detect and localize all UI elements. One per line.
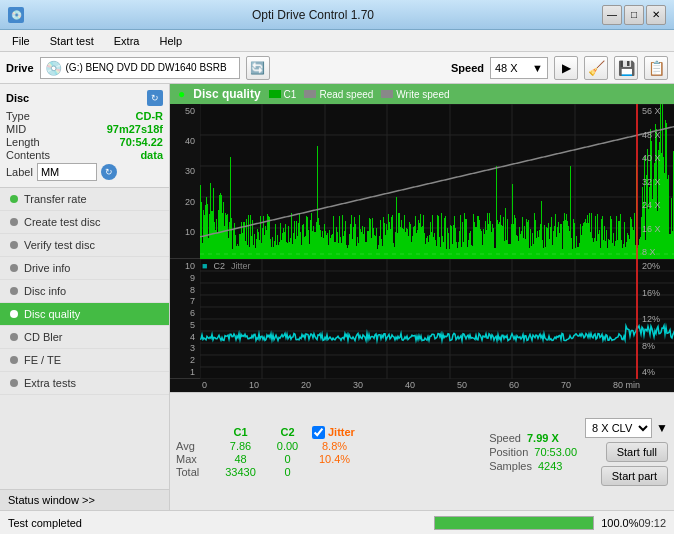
y-low-1: 1 <box>170 367 198 377</box>
sidebar-item-verify-test-disc[interactable]: Verify test disc <box>0 234 169 257</box>
disc-title: Disc <box>6 92 29 104</box>
x-0: 0 <box>202 380 207 390</box>
avg-c1: 7.86 <box>218 440 263 452</box>
speed-arrow-button[interactable]: ▶ <box>554 56 578 80</box>
sidebar-nav: Transfer rate Create test disc Verify te… <box>0 188 169 489</box>
x-10: 10 <box>249 380 259 390</box>
drivebar: Drive 💿 (G:) BENQ DVD DD DW1640 BSRB 🔄 S… <box>0 52 674 84</box>
nav-dot-verify <box>10 241 18 249</box>
sidebar-item-extra-tests[interactable]: Extra tests <box>0 372 169 395</box>
clv-selector[interactable]: 8 X CLV <box>585 418 652 438</box>
max-label: Max <box>176 453 216 465</box>
nav-label-verify: Verify test disc <box>24 239 95 251</box>
y-low-3: 3 <box>170 343 198 353</box>
y-axis-right-upper: 56 X 48 X 40 X 32 X 24 X 16 X 8 X <box>640 104 674 259</box>
nav-dot-drive <box>10 264 18 272</box>
disc-label-refresh[interactable]: ↻ <box>101 164 117 180</box>
footer-time: 09:12 <box>638 517 674 529</box>
y-label-20: 20 <box>170 197 198 207</box>
drive-refresh-button[interactable]: 🔄 <box>246 56 270 80</box>
start-part-button[interactable]: Start part <box>601 466 668 486</box>
drive-selector[interactable]: 💿 (G:) BENQ DVD DD DW1640 BSRB <box>40 57 240 79</box>
disc-mid-label: MID <box>6 123 26 135</box>
erase-button[interactable]: 🧹 <box>584 56 608 80</box>
sidebar: Disc ↻ Type CD-R MID 97m27s18f Length 70… <box>0 84 170 510</box>
y-right-24: 24 X <box>640 200 674 210</box>
lower-chart-legend: ■ C2 Jitter <box>202 261 250 271</box>
x-30: 30 <box>353 380 363 390</box>
legend-c1: C1 <box>269 89 297 100</box>
sidebar-item-fe-te[interactable]: FE / TE <box>0 349 169 372</box>
sidebar-item-cd-bler[interactable]: CD Bler <box>0 326 169 349</box>
sidebar-item-disc-info[interactable]: Disc info <box>0 280 169 303</box>
nav-label-extra: Extra tests <box>24 377 76 389</box>
sidebar-item-transfer-rate[interactable]: Transfer rate <box>0 188 169 211</box>
y-low-7: 7 <box>170 296 198 306</box>
y-label-50: 50 <box>170 106 198 116</box>
position-val: 70:53.00 <box>534 446 577 458</box>
stats-max-row: Max 48 0 10.4% <box>176 453 357 465</box>
sidebar-item-drive-info[interactable]: Drive info <box>0 257 169 280</box>
avg-jitter: 8.8% <box>312 440 357 452</box>
menu-start-test[interactable]: Start test <box>42 33 102 49</box>
legend-read-box <box>304 90 316 98</box>
y-right-20p: 20% <box>640 261 674 271</box>
y-low-4: 4 <box>170 332 198 342</box>
col-c1-header: C1 <box>218 426 263 439</box>
chart-header: ● Disc quality C1 Read speed Write speed <box>170 84 674 104</box>
footer: Test completed 100.0% 09:12 <box>0 510 674 534</box>
speed-value: 48 X <box>495 62 518 74</box>
sidebar-item-disc-quality[interactable]: Disc quality <box>0 303 169 326</box>
nav-label-transfer: Transfer rate <box>24 193 87 205</box>
position-row: Position 70:53.00 <box>489 446 577 458</box>
save-button[interactable]: 💾 <box>614 56 638 80</box>
y-right-12p: 12% <box>640 314 674 324</box>
speed-selector[interactable]: 48 X ▼ <box>490 57 548 79</box>
disc-refresh-button[interactable]: ↻ <box>147 90 163 106</box>
c2-legend-label: C2 <box>213 261 225 271</box>
stats-total-row: Total 33430 0 <box>176 466 357 478</box>
nav-dot-quality <box>10 310 18 318</box>
y-axis-left-upper: 50 40 30 20 10 <box>170 104 198 259</box>
menu-file[interactable]: File <box>4 33 38 49</box>
menu-help[interactable]: Help <box>151 33 190 49</box>
close-button[interactable]: ✕ <box>646 5 666 25</box>
status-window-button[interactable]: Status window >> <box>0 489 169 510</box>
main-content: Disc ↻ Type CD-R MID 97m27s18f Length 70… <box>0 84 674 510</box>
chart-upper: 50 40 30 20 10 56 X 48 X 40 X 32 X 24 X … <box>170 104 674 259</box>
col-jitter-header: Jitter <box>328 426 355 438</box>
jitter-checkbox[interactable] <box>312 426 325 439</box>
disc-contents-val: data <box>140 149 163 161</box>
y-low-6: 6 <box>170 308 198 318</box>
chart-icon: ● <box>178 87 185 101</box>
y-right-56: 56 X <box>640 106 674 116</box>
menu-extra[interactable]: Extra <box>106 33 148 49</box>
clv-row: 8 X CLV ▼ <box>585 418 668 438</box>
x-50: 50 <box>457 380 467 390</box>
y-label-10: 10 <box>170 227 198 237</box>
legend-read: Read speed <box>304 89 373 100</box>
y-right-40: 40 X <box>640 153 674 163</box>
y-low-10: 10 <box>170 261 198 271</box>
nav-dot-bler <box>10 333 18 341</box>
nav-label-quality: Disc quality <box>24 308 80 320</box>
minimize-button[interactable]: — <box>602 5 622 25</box>
export-button[interactable]: 📋 <box>644 56 668 80</box>
x-70: 70 <box>561 380 571 390</box>
disc-label-input[interactable] <box>37 163 97 181</box>
y-right-48: 48 X <box>640 130 674 140</box>
start-full-button[interactable]: Start full <box>606 442 668 462</box>
sidebar-item-create-test-disc[interactable]: Create test disc <box>0 211 169 234</box>
footer-percent: 100.0% <box>598 517 638 529</box>
stats-header-row: C1 C2 Jitter <box>176 426 357 439</box>
jitter-checkbox-row: Jitter <box>312 426 355 439</box>
total-label: Total <box>176 466 216 478</box>
content-area: ● Disc quality C1 Read speed Write speed… <box>170 84 674 510</box>
y-axis-left-lower: 10 9 8 7 6 5 4 3 2 1 <box>170 259 198 379</box>
y-low-8: 8 <box>170 285 198 295</box>
samples-val: 4243 <box>538 460 562 472</box>
action-panel: 8 X CLV ▼ Start full Start part <box>585 418 668 486</box>
bottom-controls: C1 C2 Jitter Avg 7.86 0.00 8.8% Max 48 <box>170 392 674 510</box>
maximize-button[interactable]: □ <box>624 5 644 25</box>
nav-label-create: Create test disc <box>24 216 100 228</box>
